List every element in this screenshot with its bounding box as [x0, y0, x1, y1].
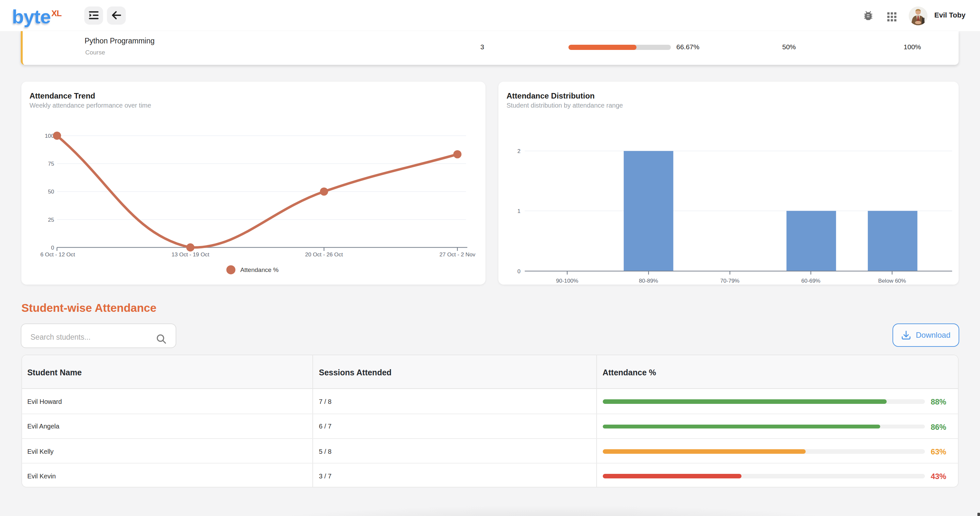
svg-text:Attendance %: Attendance %	[240, 266, 278, 273]
svg-text:6 Oct - 12 Oct: 6 Oct - 12 Oct	[40, 251, 75, 257]
svg-text:13 Oct - 19 Oct: 13 Oct - 19 Oct	[172, 251, 209, 257]
svg-text:75: 75	[48, 160, 54, 167]
svg-text:1: 1	[517, 207, 520, 214]
svg-text:100: 100	[45, 132, 54, 139]
svg-text:0: 0	[51, 244, 54, 250]
svg-text:2: 2	[517, 148, 520, 154]
svg-text:Below 60%: Below 60%	[878, 277, 906, 283]
svg-text:80-89%: 80-89%	[639, 277, 658, 283]
svg-text:27 Oct - 2 Nov: 27 Oct - 2 Nov	[439, 251, 476, 257]
svg-text:0: 0	[517, 268, 520, 274]
svg-text:90-100%: 90-100%	[556, 277, 579, 283]
svg-text:20 Oct - 26 Oct: 20 Oct - 26 Oct	[305, 251, 343, 257]
svg-text:60-69%: 60-69%	[801, 277, 820, 283]
svg-text:50: 50	[48, 188, 54, 194]
svg-text:25: 25	[48, 216, 54, 223]
svg-text:70-79%: 70-79%	[721, 277, 740, 283]
